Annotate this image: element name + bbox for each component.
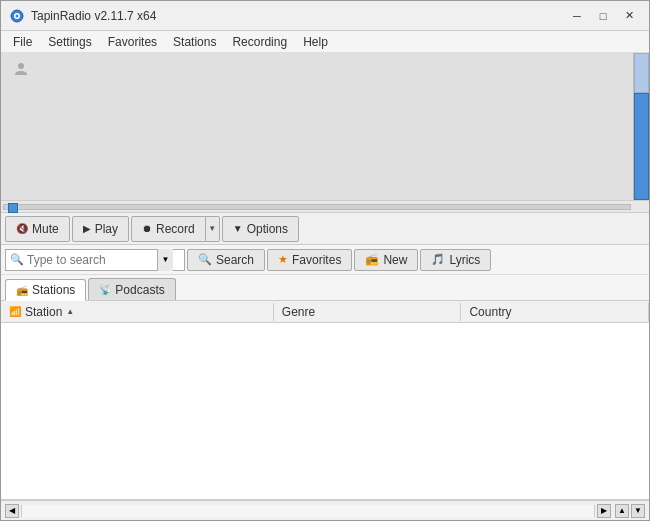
- play-button[interactable]: ▶ Play: [72, 216, 129, 242]
- record-icon: ⏺: [142, 223, 152, 234]
- search-toolbar: 🔍 ▼ 🔍 Search ★ Favorites 📻 New 🎵 Lyrics: [1, 245, 649, 275]
- favorites-button[interactable]: ★ Favorites: [267, 249, 352, 271]
- station-list-container: 📶 Station ▲ Genre Country: [1, 301, 649, 500]
- scrollbar-thumb-top: [634, 53, 649, 93]
- window-title: TapinRadio v2.11.7 x64: [31, 9, 565, 23]
- menu-settings[interactable]: Settings: [40, 33, 99, 51]
- sort-icon-station: ▲: [66, 307, 74, 316]
- seek-bar[interactable]: [3, 204, 631, 210]
- menu-recording[interactable]: Recording: [224, 33, 295, 51]
- play-label: Play: [95, 222, 118, 236]
- new-label: New: [383, 253, 407, 267]
- mute-icon: 🔇: [16, 223, 28, 234]
- svg-point-2: [16, 14, 19, 17]
- window-controls: ─ □ ✕: [565, 6, 641, 26]
- close-button[interactable]: ✕: [617, 6, 641, 26]
- mute-button[interactable]: 🔇 Mute: [5, 216, 70, 242]
- col-genre-label: Genre: [282, 305, 315, 319]
- search-btn-icon: 🔍: [198, 253, 212, 266]
- stations-tab-label: Stations: [32, 283, 75, 297]
- tabs-bar: 📻 Stations 📡 Podcasts: [1, 275, 649, 301]
- new-button[interactable]: 📻 New: [354, 249, 418, 271]
- stations-tab-icon: 📻: [16, 285, 28, 296]
- search-label: Search: [216, 253, 254, 267]
- record-label: Record: [156, 222, 195, 236]
- visualizer: [1, 53, 649, 200]
- scroll-down-button[interactable]: ▼: [631, 504, 645, 518]
- lyrics-icon: 🎵: [431, 253, 445, 266]
- options-icon: ▼: [233, 223, 243, 234]
- scroll-left-button[interactable]: ◀: [5, 504, 19, 518]
- maximize-button[interactable]: □: [591, 6, 615, 26]
- station-list-header: 📶 Station ▲ Genre Country: [1, 301, 649, 323]
- col-station-icon: 📶: [9, 306, 21, 317]
- scroll-right-button[interactable]: ▶: [597, 504, 611, 518]
- menu-help[interactable]: Help: [295, 33, 336, 51]
- search-input-wrapper: 🔍 ▼: [5, 249, 185, 271]
- scroll-up-button[interactable]: ▲: [615, 504, 629, 518]
- favorites-label: Favorites: [292, 253, 341, 267]
- status-bar: ◀ ▶ ▲ ▼: [1, 500, 649, 520]
- search-button[interactable]: 🔍 Search: [187, 249, 265, 271]
- menu-file[interactable]: File: [5, 33, 40, 51]
- tab-podcasts[interactable]: 📡 Podcasts: [88, 278, 175, 300]
- menu-stations[interactable]: Stations: [165, 33, 224, 51]
- options-label: Options: [247, 222, 288, 236]
- menu-bar: File Settings Favorites Stations Recordi…: [1, 31, 649, 53]
- podcasts-tab-label: Podcasts: [115, 283, 164, 297]
- seek-thumb[interactable]: [8, 203, 18, 213]
- lyrics-button[interactable]: 🎵 Lyrics: [420, 249, 491, 271]
- tab-stations[interactable]: 📻 Stations: [5, 279, 86, 301]
- record-group: ⏺ Record ▼: [131, 216, 220, 242]
- record-dropdown-arrow[interactable]: ▼: [206, 216, 220, 242]
- menu-favorites[interactable]: Favorites: [100, 33, 165, 51]
- main-window: TapinRadio v2.11.7 x64 ─ □ ✕ File Settin…: [0, 0, 650, 521]
- col-header-country[interactable]: Country: [461, 303, 649, 321]
- svg-point-3: [18, 63, 24, 69]
- user-icon: [13, 61, 29, 77]
- col-country-label: Country: [469, 305, 511, 319]
- mute-label: Mute: [32, 222, 59, 236]
- col-header-station[interactable]: 📶 Station ▲: [1, 303, 274, 321]
- play-icon: ▶: [83, 223, 91, 234]
- options-button[interactable]: ▼ Options: [222, 216, 299, 242]
- new-icon: 📻: [365, 253, 379, 266]
- minimize-button[interactable]: ─: [565, 6, 589, 26]
- search-dropdown-button[interactable]: ▼: [157, 249, 173, 271]
- search-magnifier-icon: 🔍: [10, 253, 24, 266]
- app-icon: [9, 8, 25, 24]
- scrollbar-thumb-bottom: [634, 93, 649, 200]
- col-station-label: Station: [25, 305, 62, 319]
- visualizer-scrollbar[interactable]: [633, 53, 649, 200]
- record-button[interactable]: ⏺ Record: [131, 216, 206, 242]
- podcasts-tab-icon: 📡: [99, 284, 111, 295]
- progress-area: [1, 200, 649, 212]
- favorites-icon: ★: [278, 253, 288, 266]
- controls-bar: 🔇 Mute ▶ Play ⏺ Record ▼ ▼ Options: [1, 213, 649, 245]
- search-input[interactable]: [27, 253, 157, 267]
- horizontal-scroll-track[interactable]: [21, 505, 595, 517]
- player-area: [1, 53, 649, 213]
- title-bar: TapinRadio v2.11.7 x64 ─ □ ✕: [1, 1, 649, 31]
- col-header-genre[interactable]: Genre: [274, 303, 462, 321]
- station-list-body: [1, 323, 649, 499]
- lyrics-label: Lyrics: [449, 253, 480, 267]
